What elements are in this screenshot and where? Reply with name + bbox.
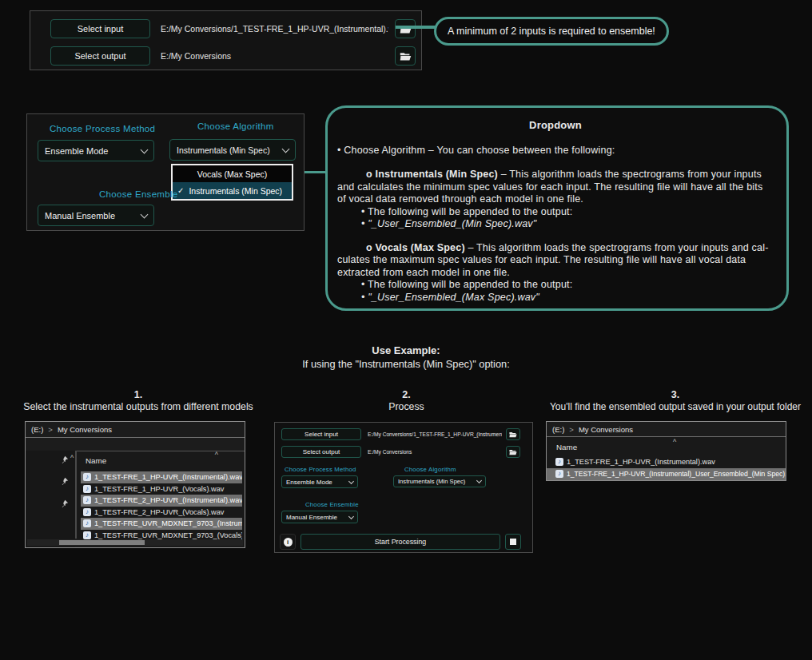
mini-method-dropdown[interactable]: Ensemble Mode (281, 475, 358, 488)
audio-file-icon: ♪ (83, 508, 91, 516)
breadcrumb[interactable]: (E:) > My Conversions (26, 422, 245, 438)
dropdown-info-box: Dropdown • Choose Algorithm – You can ch… (325, 105, 789, 311)
audio-file-icon: ♪ (83, 485, 91, 493)
menu-item-label: Instrumentals (Min Spec) (189, 186, 282, 196)
name-column-header[interactable]: Name (556, 443, 577, 451)
audio-file-icon: ♪ (83, 496, 91, 504)
step-2-caption: Process (316, 401, 497, 412)
breadcrumb-drive[interactable]: (E:) (31, 425, 43, 434)
audio-file-icon: ♪ (83, 519, 91, 527)
output-path-value: E:/My Conversions (161, 46, 388, 66)
tooltip-callout: A minimum of 2 inputs is required to ens… (434, 17, 669, 46)
mini-method-label: Choose Process Method (285, 466, 356, 473)
mini-ensemble-label: Choose Ensemble (305, 501, 359, 508)
use-example-subtitle: If using the "Instrumentals (Min Spec)" … (120, 358, 692, 370)
pane-divider[interactable] (75, 451, 77, 539)
mini-input-path: E:/My Conversions/1_TEST-FRE_1_HP-UVR_(I… (368, 428, 502, 440)
max-spec-append-value: • "_User_Ensembled_(Max Spec).wav" (361, 292, 774, 304)
mini-select-output-button[interactable]: Select output (281, 446, 361, 458)
box-intro: • Choose Algorithm – You can choose betw… (337, 145, 774, 157)
algorithm-dropdown[interactable]: Instrumentals (Min Spec) (169, 139, 296, 161)
sort-ascending-icon[interactable]: ^ (215, 451, 218, 459)
ensemble-label: Choose Ensemble (99, 189, 177, 199)
mini-algorithm-dropdown[interactable]: Instrumentals (Min Spec) (393, 475, 486, 487)
box-connector-line (304, 171, 326, 173)
breadcrumb-folder[interactable]: My Conversions (58, 425, 112, 434)
step-3-number: 3. (539, 389, 812, 400)
menu-item-label: Vocals (Max Spec) (197, 169, 268, 179)
scrollbar-thumb[interactable] (59, 540, 145, 545)
mini-app-window: Select input E:/My Conversions/1_TEST-FR… (274, 422, 533, 553)
sort-ascending-icon[interactable]: ^ (673, 438, 676, 446)
mini-ensemble-value: Manual Ensemble (286, 514, 337, 521)
explorer-toolbar (26, 438, 245, 451)
file-name: 1_TEST-FRE_1_HP-UVR_(Instrumental).wav (94, 473, 242, 481)
process-method-dropdown[interactable]: Ensemble Mode (38, 140, 154, 161)
chevron-down-icon (141, 210, 149, 218)
audio-file-icon: ♪ (555, 458, 563, 466)
select-input-button[interactable]: Select input (50, 19, 150, 38)
menu-item-vocals-max-spec[interactable]: Vocals (Max Spec) (173, 165, 292, 182)
process-method-panel: Choose Process Method Ensemble Mode Choo… (26, 113, 304, 231)
file-name: 1_TEST-FRE_2_HP-UVR_(Instrumental).wav (94, 496, 242, 504)
chevron-down-icon (348, 478, 354, 483)
info-icon: i (284, 538, 293, 547)
mini-select-input-label: Select input (304, 431, 338, 438)
audio-file-icon: ♪ (83, 473, 91, 481)
step-2-header: 2. Process (316, 389, 497, 412)
step-1-number: 1. (8, 389, 269, 400)
file-row[interactable]: ♪ 1_TEST-FRE_UVR_MDXNET_9703_(Instrument… (81, 518, 242, 530)
pin-icon (61, 477, 69, 485)
info-button[interactable]: i (280, 534, 296, 550)
explorer-inputs-window: (E:) > My Conversions ^ Name ^ ♪ 1_TES (25, 421, 245, 548)
folder-icon (509, 431, 517, 438)
mini-algorithm-value: Instrumentals (Min Spec) (398, 478, 465, 485)
file-row[interactable]: ♪ 1_TEST-FRE_1_HP-UVR_(Instrumental).wav (553, 456, 784, 468)
breadcrumb-drive[interactable]: (E:) (552, 425, 564, 434)
file-row[interactable]: ♪ 1_TEST-FRE_1_HP-UVR_(Instrumental)_Use… (547, 468, 786, 480)
menu-item-instrumentals-min-spec[interactable]: ✓ Instrumentals (Min Spec) (173, 182, 292, 199)
start-processing-button[interactable]: Start Processing (301, 534, 500, 550)
stop-icon (510, 539, 516, 545)
use-example-title: Use Example: (120, 344, 692, 356)
step-1-caption: Select the instrumental outputs from dif… (8, 401, 269, 412)
mini-algorithm-label: Choose Algorithm (404, 466, 456, 473)
stop-button[interactable] (505, 534, 521, 550)
file-row[interactable]: ♪ 1_TEST-FRE_2_HP-UVR_(Vocals).wav (81, 507, 242, 519)
file-name: 1_TEST-FRE_1_HP-UVR_(Instrumental).wav (567, 458, 715, 466)
min-spec-paragraph: o Instrumentals (Min Spec) – This algori… (337, 169, 774, 206)
audio-file-icon: ♪ (83, 531, 91, 539)
breadcrumb[interactable]: (E:) > My Conversions (547, 422, 786, 437)
process-method-value: Ensemble Mode (45, 146, 109, 156)
mini-select-input-button[interactable]: Select input (281, 428, 361, 440)
step-1-header: 1. Select the instrumental outputs from … (8, 389, 269, 412)
folder-icon (509, 449, 517, 455)
min-spec-lead: o Instrumentals (Min Spec) (366, 169, 498, 180)
nav-sort-icon[interactable]: ^ (70, 454, 74, 462)
mini-browse-output-button[interactable] (506, 446, 520, 458)
file-row[interactable]: ♪ 1_TEST-FRE_2_HP-UVR_(Instrumental).wav (81, 495, 242, 507)
pin-icon (61, 455, 69, 463)
file-list: Name ^ ♪ 1_TEST-FRE_1_HP-UVR_(Instrument… (81, 451, 242, 539)
mini-ensemble-dropdown[interactable]: Manual Ensemble (281, 511, 358, 523)
chevron-down-icon (348, 513, 354, 519)
select-output-label: Select output (74, 51, 125, 61)
file-row[interactable]: ♪ 1_TEST-FRE_1_HP-UVR_(Vocals).wav (81, 483, 242, 495)
ensemble-dropdown[interactable]: Manual Ensemble (38, 205, 154, 226)
horizontal-scrollbar[interactable] (27, 539, 243, 546)
io-panel: Select input E:/My Conversions/1_TEST-FR… (30, 10, 422, 70)
breadcrumb-folder[interactable]: My Conversions (579, 425, 633, 434)
algorithm-value: Instrumentals (Min Spec) (177, 145, 270, 155)
file-name: 1_TEST-FRE_UVR_MDXNET_9703_(Instrumental… (94, 519, 242, 527)
browse-output-button[interactable] (395, 46, 416, 66)
browse-input-button[interactable] (395, 19, 416, 38)
file-name: 1_TEST-FRE_2_HP-UVR_(Vocals).wav (94, 508, 224, 516)
file-row[interactable]: ♪ 1_TEST-FRE_1_HP-UVR_(Instrumental).wav (81, 471, 242, 483)
select-output-button[interactable]: Select output (50, 46, 150, 66)
min-spec-append-intro: • The following will be appended to the … (361, 206, 774, 219)
name-column-header[interactable]: Name (86, 456, 106, 465)
mini-browse-input-button[interactable] (506, 428, 520, 440)
ensemble-value: Manual Ensemble (45, 211, 115, 221)
max-spec-lead: o Vocals (Max Spec) (366, 242, 465, 253)
breadcrumb-separator-icon: > (48, 425, 53, 434)
